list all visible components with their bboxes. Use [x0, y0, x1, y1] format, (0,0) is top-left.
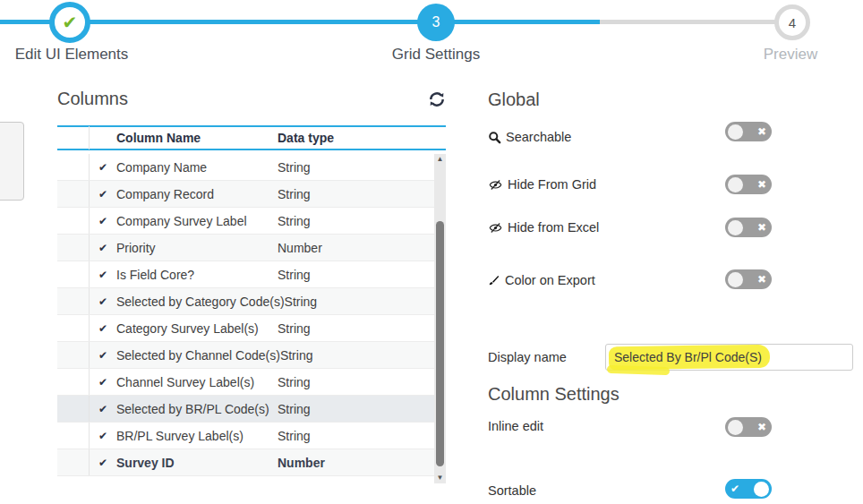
- toggle-on-check-icon: ✔: [728, 483, 742, 494]
- eye-slash-icon: [488, 221, 503, 235]
- toggle-off-x-icon: ✖: [755, 422, 769, 432]
- table-row[interactable]: ✔ Channel Survey Label(s) String: [57, 369, 434, 396]
- stepper-remaining-line: [600, 20, 792, 24]
- check-icon: ✔: [63, 13, 78, 31]
- step-edit-ui-elements[interactable]: ✔: [49, 2, 90, 43]
- table-row[interactable]: ✔ Is Field Core? String: [57, 261, 434, 288]
- check-icon: ✔: [90, 269, 116, 281]
- scrollbar-thumb[interactable]: [436, 221, 444, 466]
- color-on-export-label: Color on Export: [488, 273, 595, 287]
- display-name-field: [605, 344, 853, 371]
- step-grid-settings[interactable]: 3: [417, 4, 455, 41]
- search-icon: [488, 131, 501, 144]
- hide-from-excel-label: Hide from Excel: [488, 220, 599, 235]
- inline-edit-toggle[interactable]: ✖: [725, 417, 772, 437]
- color-on-export-toggle[interactable]: ✖: [725, 269, 772, 289]
- header-data-type[interactable]: Data type: [278, 131, 446, 145]
- step-label-edit-ui-elements: Edit UI Elements: [15, 46, 129, 64]
- table-row[interactable]: ✔ Selected by Category Code(s) String: [57, 288, 434, 315]
- check-icon: ✔: [90, 215, 116, 227]
- global-section-title: Global: [488, 90, 540, 110]
- check-icon: ✔: [90, 376, 116, 389]
- step-label-preview: Preview: [764, 46, 817, 64]
- offscreen-side-panel: [0, 122, 24, 201]
- columns-table: Column Name Data type ✔ Company Name Str…: [57, 125, 446, 482]
- toggle-off-x-icon: ✖: [755, 222, 769, 233]
- display-name-label: Display name: [488, 350, 567, 364]
- grid-settings-wizard: ✔ 3 4 Edit UI Elements Grid Settings Pre…: [0, 0, 863, 504]
- sortable-toggle[interactable]: ✔: [725, 479, 772, 499]
- table-body: ✔ Company Name String ✔ Company Record S…: [57, 154, 434, 476]
- check-icon: ✔: [90, 188, 116, 201]
- step-number: 3: [432, 14, 440, 30]
- hide-from-grid-toggle[interactable]: ✖: [725, 175, 772, 194]
- table-row[interactable]: ✔ Priority Number: [57, 235, 434, 261]
- check-icon: ✔: [90, 295, 116, 308]
- table-row[interactable]: ✔ Category Survey Label(s) String: [57, 315, 434, 342]
- scroll-down-icon[interactable]: ▼: [434, 473, 446, 483]
- brush-icon: [488, 274, 500, 286]
- table-row[interactable]: ✔ Selected by Channel Code(s) String: [57, 342, 434, 369]
- check-icon: ✔: [90, 457, 116, 469]
- vertical-scrollbar[interactable]: ▲ ▼: [434, 154, 446, 483]
- step-number: 4: [789, 15, 796, 30]
- step-preview[interactable]: 4: [774, 4, 810, 40]
- check-icon: ✔: [90, 403, 116, 415]
- table-row[interactable]: ✔ Company Record String: [57, 181, 434, 208]
- table-row[interactable]: ✔ Company Name String: [57, 154, 434, 181]
- check-icon: ✔: [90, 161, 116, 174]
- table-row[interactable]: ✔ BR/PL Survey Label(s) String: [57, 423, 434, 449]
- refresh-icon[interactable]: [428, 90, 446, 108]
- table-row-selected[interactable]: ✔ Selected by BR/PL Code(s) String: [57, 396, 434, 423]
- inline-edit-label: Inline edit: [488, 419, 543, 433]
- table-header-row: Column Name Data type: [57, 127, 446, 150]
- header-column-name[interactable]: Column Name: [116, 131, 278, 145]
- display-name-input[interactable]: [606, 345, 852, 370]
- columns-panel-title: Columns: [57, 89, 128, 109]
- table-row[interactable]: ✔ Company Survey Label String: [57, 208, 434, 235]
- table-row[interactable]: ✔ Survey ID Number: [57, 449, 434, 476]
- check-icon: ✔: [90, 430, 116, 442]
- hide-from-grid-label: Hide From Grid: [488, 177, 596, 192]
- check-icon: ✔: [90, 242, 116, 254]
- eye-slash-icon: [488, 178, 503, 192]
- toggle-off-x-icon: ✖: [755, 126, 769, 137]
- toggle-off-x-icon: ✖: [755, 274, 769, 285]
- check-icon: ✔: [90, 322, 116, 335]
- step-label-grid-settings: Grid Settings: [392, 46, 480, 64]
- sortable-label: Sortable: [488, 483, 536, 498]
- column-settings-section-title: Column Settings: [488, 384, 619, 405]
- searchable-label: Searchable: [488, 130, 571, 144]
- check-icon: ✔: [90, 349, 116, 362]
- toggle-off-x-icon: ✖: [755, 179, 769, 190]
- hide-from-excel-toggle[interactable]: ✖: [725, 218, 772, 237]
- scroll-up-icon[interactable]: ▲: [434, 154, 446, 165]
- searchable-toggle[interactable]: ✖: [725, 122, 772, 141]
